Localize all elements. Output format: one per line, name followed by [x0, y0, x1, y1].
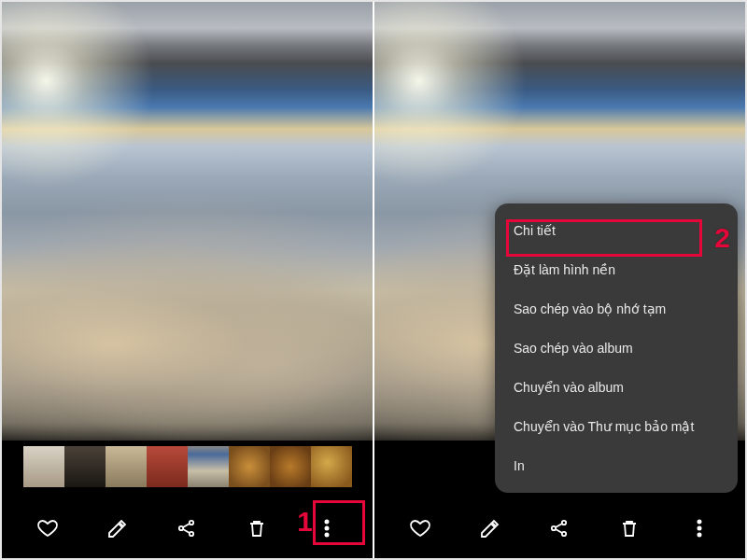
svg-point-1 [190, 521, 193, 525]
share-icon [548, 517, 571, 539]
menu-item-details[interactable]: Chi tiết [495, 211, 738, 250]
trash-icon [246, 517, 268, 539]
svg-point-4 [325, 526, 328, 529]
trash-icon [618, 517, 641, 539]
edit-button[interactable] [95, 506, 140, 551]
svg-point-6 [552, 526, 556, 530]
main-photo[interactable] [2, 2, 373, 441]
favorite-button[interactable] [25, 506, 70, 551]
svg-point-7 [562, 521, 566, 525]
svg-point-3 [325, 520, 328, 523]
svg-point-8 [562, 532, 566, 536]
phone-screenshot-left: 1 [2, 2, 373, 558]
delete-button[interactable] [234, 506, 279, 551]
more-vertical-icon [688, 517, 711, 539]
menu-item-move-album[interactable]: Chuyển vào album [495, 368, 738, 407]
menu-item-copy-album[interactable]: Sao chép vào album [495, 329, 738, 368]
share-button[interactable] [537, 506, 582, 551]
delete-button[interactable] [607, 506, 652, 551]
svg-point-9 [698, 520, 700, 523]
more-vertical-icon [316, 517, 338, 539]
thumbnail[interactable] [147, 446, 188, 487]
heart-icon [409, 517, 431, 539]
tutorial-two-panel: 1 Chi tiết Đặt làm hình nền [0, 0, 747, 560]
svg-point-10 [698, 526, 700, 529]
menu-item-set-wallpaper[interactable]: Đặt làm hình nền [495, 250, 738, 289]
thumbnail[interactable] [270, 446, 311, 487]
menu-item-copy-clipboard[interactable]: Sao chép vào bộ nhớ tạm [495, 289, 738, 329]
thumbnail-strip[interactable] [2, 446, 373, 487]
thumbnail-selected[interactable] [188, 446, 229, 487]
more-button[interactable] [677, 506, 722, 551]
more-button[interactable] [304, 506, 349, 551]
edit-button[interactable] [468, 506, 513, 551]
phone-screenshot-right: Chi tiết Đặt làm hình nền Sao chép vào b… [374, 2, 745, 558]
bottom-toolbar [2, 498, 373, 558]
svg-point-0 [179, 526, 183, 530]
bottom-toolbar [374, 498, 745, 558]
favorite-button[interactable] [398, 506, 443, 551]
heart-icon [36, 517, 59, 539]
share-icon [176, 517, 198, 539]
thumbnail[interactable] [23, 446, 64, 487]
context-menu: Chi tiết Đặt làm hình nền Sao chép vào b… [495, 203, 738, 493]
svg-point-2 [190, 532, 193, 536]
sky-clouds-photo [2, 2, 373, 441]
svg-point-11 [698, 533, 700, 536]
thumbnail[interactable] [106, 446, 147, 487]
svg-point-5 [325, 533, 328, 536]
menu-item-print[interactable]: In [495, 446, 738, 485]
pencil-icon [106, 517, 129, 539]
thumbnail[interactable] [311, 446, 352, 487]
thumbnail[interactable] [229, 446, 270, 487]
menu-item-move-secure[interactable]: Chuyển vào Thư mục bảo mật [495, 407, 738, 446]
thumbnail[interactable] [64, 446, 106, 487]
share-button[interactable] [164, 506, 209, 551]
pencil-icon [479, 517, 501, 539]
